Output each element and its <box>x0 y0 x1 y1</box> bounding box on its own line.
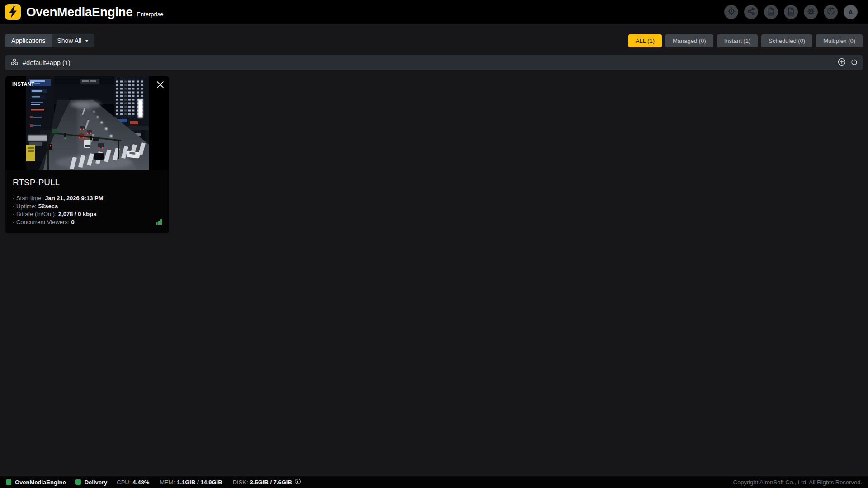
disk-usage: DISK: 3.5GiB / 7.6GiB <box>233 478 301 486</box>
traffic-camera-preview <box>26 76 149 170</box>
monitoring-button[interactable] <box>724 5 738 19</box>
xml-file-icon: XML <box>787 7 795 17</box>
lightning-bolt-icon <box>5 4 21 20</box>
server-status-indicator <box>6 479 11 485</box>
stat-bitrate: · Bitrate (In/Out):2,078 / 0 kbps <box>13 210 162 218</box>
application-group-header: #default#app (1) <box>10 58 838 68</box>
edition-status-indicator <box>75 479 81 485</box>
stream-type-badge: INSTANT <box>12 81 34 87</box>
log-file-icon: LOG <box>767 7 775 17</box>
add-stream-button[interactable] <box>838 58 846 67</box>
stream-stats: · Start time:Jan 21, 2026 9:13 PM · Upti… <box>13 194 162 226</box>
application-group-bar[interactable]: #default#app (1) <box>5 55 863 70</box>
app-edition: Enterprise <box>137 11 163 18</box>
settings-button[interactable] <box>804 5 818 19</box>
xml-config-button[interactable]: XML <box>784 5 798 19</box>
xml-file-label: XML <box>789 11 793 14</box>
avatar-letter: A <box>848 9 853 16</box>
copyright-text: Copyright AirenSoft Co., Ltd. All Rights… <box>733 479 862 486</box>
bitrate-bars-icon <box>156 218 163 227</box>
power-icon <box>851 59 858 67</box>
stream-info: RTSP-PULL · Start time:Jan 21, 2026 9:13… <box>5 170 169 233</box>
crosshair-icon <box>727 7 736 17</box>
filter-instant[interactable]: Instant (1) <box>717 34 758 47</box>
filter-managed[interactable]: Managed (0) <box>665 34 713 47</box>
show-all-label: Show All <box>57 37 82 44</box>
stream-name: RTSP-PULL <box>13 178 162 188</box>
log-file-button[interactable]: LOG <box>764 5 778 19</box>
app-title: OvenMediaEngine <box>26 5 132 19</box>
info-icon <box>294 478 301 486</box>
restart-icon <box>827 7 835 17</box>
stream-type-filters: ALL (1) Managed (0) Instant (1) Schedule… <box>628 34 863 47</box>
cpu-usage: CPU: 4.48% <box>117 479 149 486</box>
stream-card: INSTANT RTSP-PULL · Start time:Jan 21, 2… <box>5 76 169 233</box>
close-stream-button[interactable] <box>156 80 165 91</box>
memory-usage: MEM: 1.1GiB / 14.9GiB <box>160 479 222 486</box>
restart-server-button[interactable] <box>824 5 838 19</box>
power-app-button[interactable] <box>851 59 858 67</box>
applications-tab[interactable]: Applications <box>5 34 52 47</box>
stream-thumbnail[interactable]: INSTANT <box>5 76 169 170</box>
stat-uptime: · Uptime:52secs <box>13 202 162 211</box>
account-avatar[interactable]: A <box>844 5 858 19</box>
status-bar: OvenMediaEngine Delivery CPU: 4.48% MEM:… <box>0 476 868 488</box>
cluster-icon <box>10 58 19 68</box>
filter-scheduled[interactable]: Scheduled (0) <box>761 34 812 47</box>
brand: OvenMediaEngine Enterprise <box>5 4 163 20</box>
filter-all[interactable]: ALL (1) <box>628 34 662 47</box>
share-button[interactable] <box>744 5 758 19</box>
filter-multiplex[interactable]: Multiplex (0) <box>816 34 863 47</box>
log-file-label: LOG <box>769 11 773 14</box>
close-icon <box>157 83 164 89</box>
view-switcher: Applications Show All <box>5 34 94 47</box>
chevron-down-icon <box>85 40 89 42</box>
plus-circle-icon <box>838 58 846 67</box>
stat-start-time: · Start time:Jan 21, 2026 9:13 PM <box>13 194 162 202</box>
gear-icon <box>807 7 815 17</box>
disk-info-button[interactable] <box>294 478 301 486</box>
application-name: #default#app (1) <box>23 59 71 66</box>
edition-name: Delivery <box>85 479 108 486</box>
server-name: OvenMediaEngine <box>15 479 66 486</box>
show-all-dropdown[interactable]: Show All <box>52 34 95 47</box>
stat-concurrent-viewers: · Concurrent Viewers:0 <box>13 218 162 226</box>
top-navbar: OvenMediaEngine Enterprise LOG <box>0 0 868 24</box>
share-icon <box>747 7 755 17</box>
toolbar: Applications Show All ALL (1) Managed (0… <box>5 34 863 47</box>
